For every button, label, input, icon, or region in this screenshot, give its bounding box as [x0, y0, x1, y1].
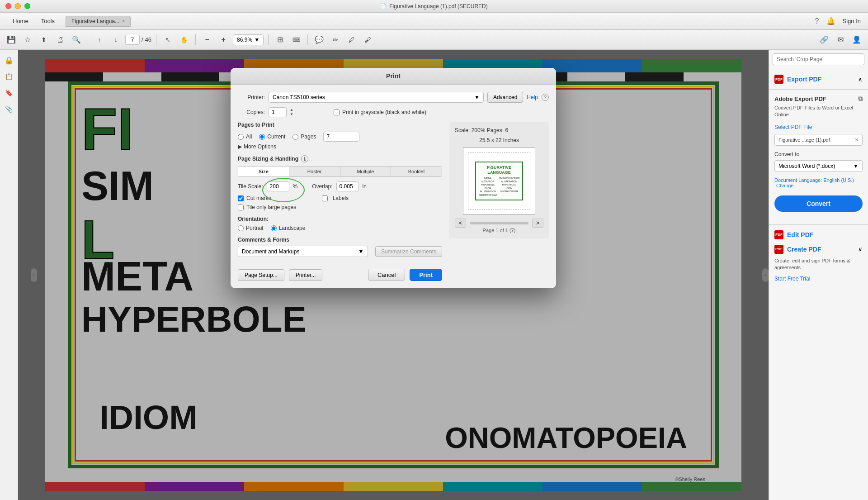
layout-button[interactable]: ⊞	[273, 33, 287, 47]
maximize-button[interactable]	[24, 3, 30, 9]
radio-landscape-input[interactable]	[271, 225, 277, 231]
preview-scrollbar[interactable]	[470, 222, 528, 224]
tab-multiple[interactable]: Multiple	[340, 167, 392, 176]
orientation-label: Orientation:	[238, 216, 442, 222]
minimize-button[interactable]	[15, 3, 21, 9]
window-controls[interactable]	[5, 3, 30, 9]
cut-marks-row[interactable]: Cut marks Labels	[238, 195, 442, 201]
tab-booklet[interactable]: Booklet	[391, 167, 442, 176]
radio-portrait[interactable]: Portrait	[238, 225, 264, 231]
sidebar-lock-icon[interactable]: 🔒	[2, 53, 16, 67]
edit-pdf-row[interactable]: PDF Edit PDF	[774, 230, 863, 239]
start-trial-link[interactable]: Start Free Trial	[774, 276, 810, 282]
hand-tool[interactable]: ✋	[177, 33, 191, 47]
zoom-select[interactable]: 86.9% ▼	[233, 34, 264, 45]
help-link[interactable]: Help	[527, 94, 538, 100]
cancel-button[interactable]: Cancel	[368, 269, 405, 281]
nav-tools[interactable]: Tools	[36, 16, 60, 26]
help-circle-icon[interactable]: ?	[542, 94, 549, 101]
print-submit-button[interactable]: Print	[410, 269, 442, 281]
comment-button[interactable]: 💬	[312, 33, 326, 47]
page-sizing-help[interactable]: ℹ	[301, 155, 308, 162]
stepper-up[interactable]: ▲	[289, 108, 294, 112]
print-button[interactable]: 🖨	[53, 33, 67, 47]
zoom-out-button[interactable]: −	[200, 33, 214, 47]
export-collapse-icon[interactable]: ∧	[858, 76, 863, 83]
radio-current-input[interactable]	[259, 134, 265, 140]
page-input[interactable]	[125, 35, 140, 45]
pages-range-input[interactable]	[323, 132, 359, 142]
separator3	[195, 34, 196, 45]
tab-figurative[interactable]: Figurative Langua... ×	[66, 16, 131, 27]
link-button[interactable]: 🔗	[817, 33, 831, 47]
tile-large-checkbox[interactable]	[238, 205, 244, 210]
page-setup-button[interactable]: Page Setup...	[238, 269, 284, 281]
close-button[interactable]	[5, 3, 11, 9]
radio-pages-input[interactable]	[292, 134, 298, 140]
nav-home[interactable]: Home	[7, 16, 34, 26]
advanced-button[interactable]: Advanced	[487, 92, 523, 103]
summarize-button[interactable]: Summarize Comments	[375, 246, 442, 257]
preview-prev-button[interactable]: <	[455, 219, 466, 228]
radio-current[interactable]: Current	[259, 133, 285, 140]
zoom-in-button[interactable]: +	[217, 33, 230, 47]
highlight-button[interactable]: 🖊	[345, 33, 359, 47]
adobe-copy-icon[interactable]: ⧉	[858, 95, 863, 103]
help-icon[interactable]: ?	[815, 17, 819, 25]
copies-stepper[interactable]: ▲ ▼	[289, 108, 294, 117]
create-pdf-dropdown-icon: ∨	[858, 246, 863, 252]
cut-marks-checkbox[interactable]	[238, 195, 244, 201]
tile-large-row[interactable]: Tile only large pages	[238, 204, 442, 210]
upload-button[interactable]: ⬆	[37, 33, 51, 47]
sign-in-button[interactable]: Sign In	[843, 18, 861, 24]
convert-format-select[interactable]: Microsoft Word (*.docx) ▼	[774, 160, 863, 172]
change-language-link[interactable]: Change	[776, 183, 794, 188]
create-pdf-row[interactable]: PDF Create PDF ∨	[774, 245, 863, 254]
export-header[interactable]: PDF Export PDF ∧	[774, 75, 863, 84]
stamp-button[interactable]: 🖋	[361, 33, 375, 47]
cursor-tool[interactable]: ↖	[161, 33, 175, 47]
printer-select[interactable]: Canon TS5100 series ▼	[269, 92, 484, 103]
stepper-down[interactable]: ▼	[289, 112, 294, 117]
tab-close-icon[interactable]: ×	[122, 19, 125, 24]
radio-all-input[interactable]	[238, 134, 244, 140]
copies-input[interactable]	[269, 107, 287, 117]
grayscale-checkbox[interactable]	[334, 110, 340, 115]
sidebar-bookmarks-icon[interactable]: 🔖	[2, 86, 16, 100]
select-pdf-link[interactable]: Select PDF File	[774, 124, 863, 130]
sidebar-attach-icon[interactable]: 📎	[2, 102, 16, 116]
convert-button[interactable]: Convert	[774, 195, 863, 212]
tab-poster[interactable]: Poster	[289, 167, 340, 176]
radio-pages[interactable]: Pages	[292, 133, 316, 140]
radio-portrait-input[interactable]	[238, 225, 244, 231]
page-up-button[interactable]: ↑	[93, 33, 106, 47]
comments-select[interactable]: Document and Markups ▼	[238, 246, 368, 257]
page-down-button[interactable]: ↓	[109, 33, 123, 47]
bookmark-button[interactable]: ☆	[21, 33, 34, 47]
search-button[interactable]: 🔍	[70, 33, 83, 47]
pen-button[interactable]: ✏	[329, 33, 342, 47]
grayscale-checkbox-row[interactable]: Print in grayscale (black and white)	[334, 109, 426, 115]
notification-icon[interactable]: 🔔	[826, 17, 835, 25]
tile-scale-input[interactable]	[267, 181, 289, 191]
copies-label: Copies:	[238, 109, 265, 115]
radio-landscape[interactable]: Landscape	[271, 225, 306, 231]
printer-button[interactable]: Printer...	[289, 269, 323, 281]
preview-next-button[interactable]: >	[532, 219, 543, 228]
page-sizing-section: Page Sizing & Handling ℹ Size Poster Mul…	[238, 155, 442, 210]
share-button[interactable]: 👤	[850, 33, 863, 47]
more-options-toggle[interactable]: ▶ More Options	[238, 143, 442, 150]
radio-all[interactable]: All	[238, 133, 252, 140]
mail-button[interactable]: ✉	[834, 33, 847, 47]
sidebar-pages-icon[interactable]: 📋	[2, 70, 16, 83]
overlap-input[interactable]	[336, 181, 359, 191]
tab-size[interactable]: Size	[238, 167, 289, 176]
page-indicator: / 46	[125, 35, 151, 45]
labels-checkbox[interactable]	[322, 195, 328, 201]
file-clear-button[interactable]: ×	[855, 136, 859, 143]
save-button[interactable]: 💾	[5, 33, 18, 47]
search-crop-input[interactable]	[773, 53, 864, 65]
adobe-export-title: Adobe Export PDF ⧉	[774, 95, 863, 103]
export-pdf-title: PDF Export PDF	[774, 75, 821, 84]
keyboard-button[interactable]: ⌨	[289, 33, 303, 47]
